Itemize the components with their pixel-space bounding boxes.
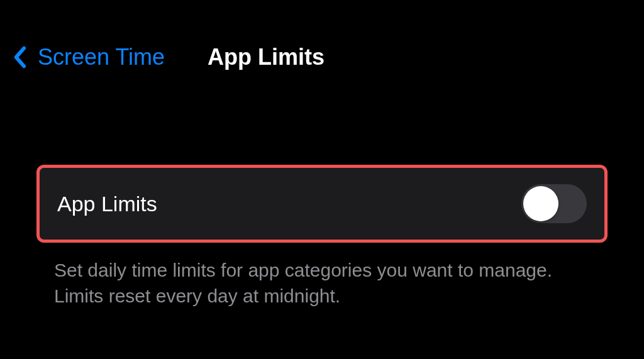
chevron-left-icon [13,46,26,69]
back-button[interactable]: Screen Time [13,44,165,70]
toggle-knob [523,186,558,221]
app-limits-toggle[interactable] [521,184,587,223]
toggle-label: App Limits [57,192,157,216]
page-title: App Limits [208,44,325,70]
navigation-header: Screen Time App Limits [0,0,644,70]
back-label: Screen Time [38,44,165,70]
app-limits-toggle-row[interactable]: App Limits [36,165,608,243]
content-area: App Limits Set daily time limits for app… [0,70,644,309]
setting-description: Set daily time limits for app categories… [36,243,608,309]
